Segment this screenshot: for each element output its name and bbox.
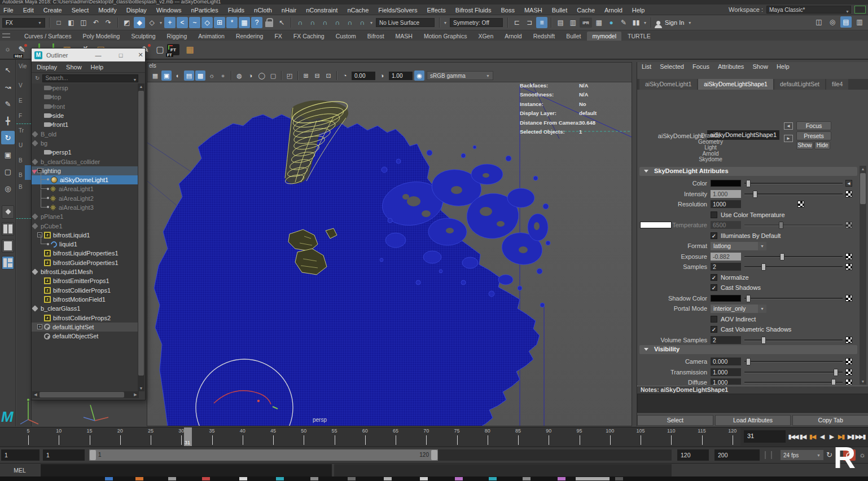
snap-to-curves-icon[interactable]: ∩ [307,17,318,28]
snap-to-points-icon[interactable]: ∩ [319,17,331,28]
slider-handle[interactable] [746,295,751,302]
show-button[interactable]: Show [796,142,813,149]
shelf-tab-redshift[interactable]: Redshift [528,32,560,41]
outliner-item-top[interactable]: top [32,92,138,102]
shelf-tab-arnold[interactable]: Arnold [499,32,527,41]
modeling-toolkit-toggle[interactable]: ◫ [813,16,825,28]
chevron-down-icon[interactable]: ▼ [758,242,766,250]
outliner-item-bifrostcolliderprops2[interactable]: zbifrostColliderProps2 [32,313,138,322]
scroll-up-icon[interactable]: ▲ [138,83,144,90]
perspective-viewport[interactable]: els ▦▣◐▤▩☼●◍◑◯▢◰⊞⊟⊡◔0.00◑1.00◉sRGB gamma… [147,62,632,426]
search-input[interactable]: Search...▼ [42,74,138,82]
outliner-item-side[interactable]: side [32,111,138,120]
outliner-item-persp1[interactable]: persp1 [32,148,138,157]
outliner-item-b-clearglass-collider[interactable]: b_clearGlass_collider [32,157,138,166]
outliner-item-front1[interactable]: front1 [32,120,138,129]
notes-field[interactable] [637,394,868,413]
shelf-tab-turtle[interactable]: TURTLE [622,32,656,41]
select-dynamics-icon[interactable]: * [226,17,238,28]
outliner-menu-display[interactable]: Display [37,64,57,70]
menu-edit[interactable]: Edit [23,7,34,14]
scale-tool[interactable]: ▣ [1,148,15,161]
prev-connection-icon[interactable]: ◄ [784,122,793,130]
shelf-tab-curves-surfaces[interactable]: Curves / Surfaces [19,32,76,41]
outliner-item-liquid1[interactable]: liquid1 [32,240,138,249]
select-handles-icon[interactable]: + [164,17,176,28]
redo-icon[interactable]: ↷ [103,17,114,28]
scroll-left-icon[interactable]: ◀ [32,391,39,398]
select-by-component-icon[interactable]: ◇ [146,17,157,28]
outliner-item-bg[interactable]: bg [32,139,138,148]
gamma-field[interactable]: 1.00 [389,72,413,80]
expander-icon[interactable]: + [37,324,42,329]
map-button-icon[interactable] [845,295,852,302]
map-button-icon[interactable]: ◄ [845,180,852,187]
slider-handle[interactable] [761,337,766,344]
menu-create[interactable]: Create [43,7,62,14]
panels-menu-fragment[interactable]: els [149,63,156,69]
map-button-icon[interactable] [845,379,852,385]
menu-nconstraint[interactable]: nConstraint [306,7,337,14]
outliner-item-bifrostliquid1mesh[interactable]: bifrostLiquid1Mesh [32,267,138,276]
scrollbar-thumb[interactable] [138,91,144,376]
select-rendering-icon[interactable]: ▦ [239,17,250,28]
slider-temperature[interactable] [744,224,843,226]
wireframe-display-icon[interactable]: ▦ [150,70,160,81]
attribute-editor-scrollbar[interactable]: ▲ ▼ [860,166,866,385]
slider-camera[interactable] [744,361,843,363]
shelf-tab-rendering[interactable]: Rendering [231,32,268,41]
layout-single-pane-button[interactable] [2,239,14,253]
select-curves-icon[interactable]: ~ [189,17,200,28]
field-samples[interactable]: 2 [711,263,741,271]
slider-handle[interactable] [761,263,766,271]
dropdown-format[interactable]: latlong [711,242,758,250]
menu-ncache[interactable]: nCache [347,7,369,14]
menu-ncloth[interactable]: nCloth [254,7,272,14]
slider-volume-samples[interactable] [744,339,843,341]
tab-aiskydomelightshape1[interactable]: aiSkyDomeLightShape1 [698,79,773,90]
slider-shadow-color[interactable] [744,298,843,299]
shadows-icon[interactable]: ▩ [195,70,205,81]
map-button-icon[interactable] [845,263,852,270]
chevron-down-icon[interactable]: ▼ [758,305,766,313]
outliner-menu-show[interactable]: Show [66,64,82,70]
field-diffuse[interactable]: 1.000 [711,378,741,385]
exposure-field[interactable]: 0.00 [352,72,375,80]
checkbox-cast-shadows[interactable]: ✓ [711,284,717,291]
outliner-item-b-clearglass1[interactable]: b_clearGlass1 [32,304,138,313]
checkbox-normalize[interactable]: ✓ [711,274,717,281]
render-view-icon[interactable]: ▤ [555,17,566,28]
paint-effects-icon[interactable]: ✎ [618,17,629,28]
slider-handle[interactable] [746,358,751,365]
outliner-item-aiarealight3[interactable]: aiAreaLight3 [32,203,138,212]
select-button[interactable]: Select [637,415,713,426]
default-lighting-icon[interactable]: ☼ [207,70,217,81]
ipr-render-icon[interactable]: IPR [580,17,592,28]
range-start-handle[interactable] [90,450,96,460]
live-surface-field[interactable]: No Live Surface [376,18,435,27]
frame-ruler[interactable]: 5101520253035404550556065707580859095100… [0,427,740,446]
menu-file[interactable]: File [3,7,14,14]
outliner-item-persp[interactable]: persp [32,83,138,92]
outliner-item-defaultobjectset[interactable]: defaultObjectSet [32,332,138,341]
presets-button[interactable]: Presets [796,131,831,140]
ae-menu-list[interactable]: List [642,63,651,70]
animation-start-field[interactable]: 1 [1,449,40,461]
select-surfaces-icon[interactable]: ◇ [201,17,213,28]
outliner-item-bifrostmotionfield1[interactable]: zbifrostMotionField1 [32,295,138,304]
shaded-display-icon[interactable]: ▣ [161,70,172,81]
outliner-item-defaultlightset[interactable]: +defaultLightSet [32,323,138,332]
current-frame-field[interactable]: 31 [744,430,786,443]
outliner-item-front[interactable]: front [32,102,138,111]
symmetry-field[interactable]: Symmetry: Off [450,18,503,27]
shelf-tab-fx-caching[interactable]: FX Caching [288,32,330,41]
menu-select[interactable]: Select [72,7,89,14]
menu-set-selector[interactable]: FX▼ [2,18,45,28]
filter-icon[interactable]: ↻ [35,75,40,81]
outliner-window[interactable]: M Outliner — □ ✕ DisplayShowHelp ↻ Searc… [31,48,146,400]
menu-cache[interactable]: Cache [577,7,595,14]
open-scene-icon[interactable]: ◧ [65,17,77,28]
tab-defaultlightset[interactable]: defaultLightSet [774,79,825,90]
checkbox-illuminates-by-default[interactable]: ✓ [711,232,717,239]
scroll-down-icon[interactable]: ▼ [138,385,144,391]
